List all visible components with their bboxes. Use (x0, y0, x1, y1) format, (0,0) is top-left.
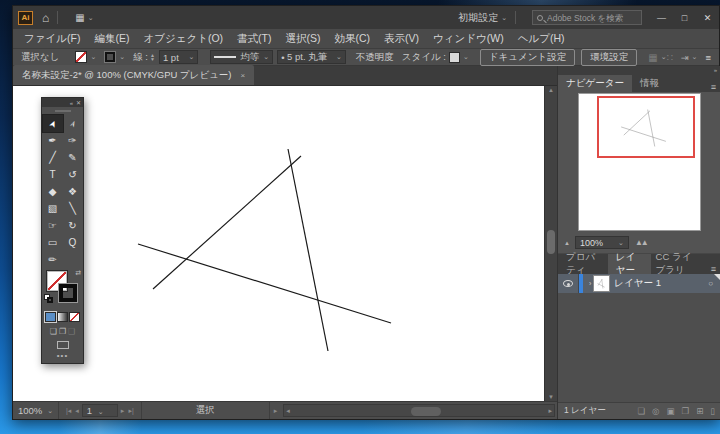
panel-menu-icon[interactable]: ≡ (706, 82, 720, 92)
tab-info[interactable]: 情報 (632, 75, 667, 92)
home-icon[interactable]: ⌂ (42, 12, 49, 24)
artboard-number-field[interactable]: 1 ⌄ (82, 404, 118, 417)
zoom-in-thumbnail-icon[interactable]: ▲▲ (635, 238, 647, 247)
chevron-down-icon[interactable]: ⌄ (119, 53, 125, 61)
document-close-icon[interactable]: × (241, 71, 246, 80)
prev-artboard-icon[interactable]: ◂ (73, 407, 81, 415)
menu-item[interactable]: ファイル(F) (17, 29, 87, 48)
navigator-zoom-field[interactable]: 100% ⌄ (575, 236, 629, 249)
make-clipping-mask-icon[interactable]: ▣ (667, 406, 675, 416)
draw-behind-icon[interactable]: ❐ (59, 327, 66, 336)
chevron-down-icon[interactable]: ⌄ (88, 14, 94, 22)
default-fill-stroke-icon[interactable] (44, 294, 53, 303)
screen-mode-control[interactable] (42, 338, 83, 351)
minimize-button[interactable]: — (650, 6, 673, 29)
zoom-tool[interactable]: Q (63, 234, 83, 251)
brush-select[interactable]: • 5 pt. 丸筆 ⌄ (277, 50, 346, 64)
stroke-swatch[interactable] (104, 51, 116, 63)
navigator-view-rect[interactable] (597, 96, 695, 158)
close-panel-icon[interactable]: ✕ (76, 99, 81, 106)
edit-toolbar-icon[interactable]: ••• (42, 351, 83, 363)
scroll-right-icon[interactable]: ▸ (548, 405, 552, 416)
document-tab[interactable]: 名称未設定-2* @ 100% (CMYK/GPU プレビュー) × (13, 65, 254, 85)
search-input[interactable] (547, 13, 637, 23)
swap-fill-stroke-icon[interactable]: ⇄ (75, 269, 81, 277)
expand-layer-icon[interactable]: › (589, 280, 591, 287)
stroke-profile-select[interactable]: 均等 ⌄ (210, 50, 273, 64)
draw-inside-icon[interactable]: ❑ (68, 327, 75, 336)
color-button[interactable] (45, 312, 56, 322)
none-button[interactable] (69, 312, 80, 322)
artboard-tool[interactable]: ▭ (43, 234, 63, 251)
menu-item[interactable]: 編集(E) (87, 29, 136, 48)
eraser-tool[interactable]: ◆ (43, 183, 63, 200)
chevron-down-icon[interactable]: ⌄ (90, 53, 96, 61)
shape-builder-tool[interactable]: ❖ (63, 183, 83, 200)
tab-layers[interactable]: レイヤー (608, 254, 651, 274)
scroll-up-icon[interactable]: ▲ (545, 87, 557, 93)
document-setup-button[interactable]: ドキュメント設定 (480, 49, 575, 66)
next-artboard-icon[interactable]: ▸ (119, 407, 127, 415)
align-objects-icon[interactable]: ⇥ (681, 52, 689, 63)
close-button[interactable]: ✕ (696, 6, 719, 29)
style-swatch[interactable] (449, 52, 460, 63)
eyedropper-tool[interactable]: ╲ (63, 200, 83, 217)
menu-item[interactable]: ウィンドウ(W) (426, 29, 511, 48)
chevron-down-icon[interactable]: ⌄ (692, 53, 698, 61)
gradient-tool[interactable]: ▧ (43, 200, 63, 217)
selection-tool[interactable]: ➤ (43, 115, 63, 132)
tools-panel-grip[interactable] (42, 107, 83, 115)
curvature-tool[interactable]: ✑ (63, 132, 83, 149)
vertical-scroll-thumb[interactable] (547, 230, 555, 254)
horizontal-scrollbar[interactable]: ◂ ▸ (283, 404, 555, 417)
visibility-eye-icon[interactable] (563, 280, 573, 287)
tab-properties[interactable]: プロパティ (558, 254, 608, 274)
type-tool[interactable]: T (43, 166, 63, 183)
workspace-switcher[interactable]: 初期設定 ⌄ (458, 11, 507, 25)
panel-options-icon[interactable]: ▦ (648, 52, 657, 63)
layer-name[interactable]: レイヤー 1 (614, 277, 708, 290)
menu-item[interactable]: 効果(C) (327, 29, 377, 48)
locate-object-icon[interactable]: ◎ (652, 406, 659, 416)
panel-menu-icon[interactable]: ≡ (706, 264, 720, 274)
vertical-scrollbar[interactable]: ▲ ▼ (544, 86, 557, 401)
align-dots-icon[interactable]: ∷ (667, 52, 673, 63)
hand-tool[interactable]: ☞ (43, 217, 63, 234)
collect-for-export-icon[interactable]: ❏ (637, 406, 645, 416)
status-expander-icon[interactable]: ▸ (270, 402, 282, 419)
tab-cc-libraries[interactable]: CC ライブラリ (651, 254, 706, 274)
layer-row[interactable]: › レイヤー 1 ○ (558, 274, 720, 293)
chevron-down-icon[interactable]: ⌄ (463, 53, 469, 61)
canvas-artboard[interactable]: « ✕ ➤➢✒✑╱✎T↺◆❖▧╲☞↻▭Q✏ ⇄ (13, 86, 557, 401)
collapse-panels-icon[interactable]: » (558, 66, 720, 75)
paintbrush-tool[interactable]: ✎ (63, 149, 83, 166)
first-artboard-icon[interactable]: |◂ (64, 407, 73, 415)
rotate-view-tool[interactable]: ↻ (63, 217, 83, 234)
fill-swatch[interactable] (75, 51, 87, 63)
tools-panel-header[interactable]: « ✕ (42, 98, 83, 107)
stock-search-box[interactable] (532, 10, 642, 25)
artwork-lines[interactable] (13, 86, 544, 401)
collapse-panel-icon[interactable]: « (70, 100, 73, 106)
maximize-button[interactable]: □ (673, 6, 696, 29)
menu-item[interactable]: 書式(T) (230, 29, 278, 48)
horizontal-scroll-thumb[interactable] (411, 407, 441, 416)
stroke-weight-stepper[interactable]: ▲▼ (150, 53, 155, 61)
line-segment-tool[interactable]: ╱ (43, 149, 63, 166)
zoom-out-thumbnail-icon[interactable]: ▲ (564, 240, 570, 246)
scroll-left-icon[interactable]: ◂ (286, 405, 290, 416)
tab-navigator[interactable]: ナビゲーター (558, 75, 632, 92)
navigator-thumbnail[interactable] (579, 94, 700, 230)
menu-item[interactable]: ヘルプ(H) (511, 29, 572, 48)
draw-normal-icon[interactable]: ❏ (50, 327, 57, 336)
menu-item[interactable]: オブジェクト(O) (136, 29, 230, 48)
control-bar-menu-icon[interactable]: ≡ (705, 52, 711, 63)
scroll-down-icon[interactable]: ▼ (545, 394, 557, 400)
rotate-tool[interactable]: ↺ (63, 166, 83, 183)
gradient-button[interactable] (57, 312, 68, 322)
menu-item[interactable]: 表示(V) (377, 29, 426, 48)
shaper-tool[interactable]: ✏ (43, 251, 63, 268)
zoom-level-select[interactable]: 100% ⌄ (13, 402, 59, 419)
stroke-weight-field[interactable]: 1 pt ⌄ (159, 50, 198, 64)
layer-target-icon[interactable]: ○ (708, 279, 713, 288)
